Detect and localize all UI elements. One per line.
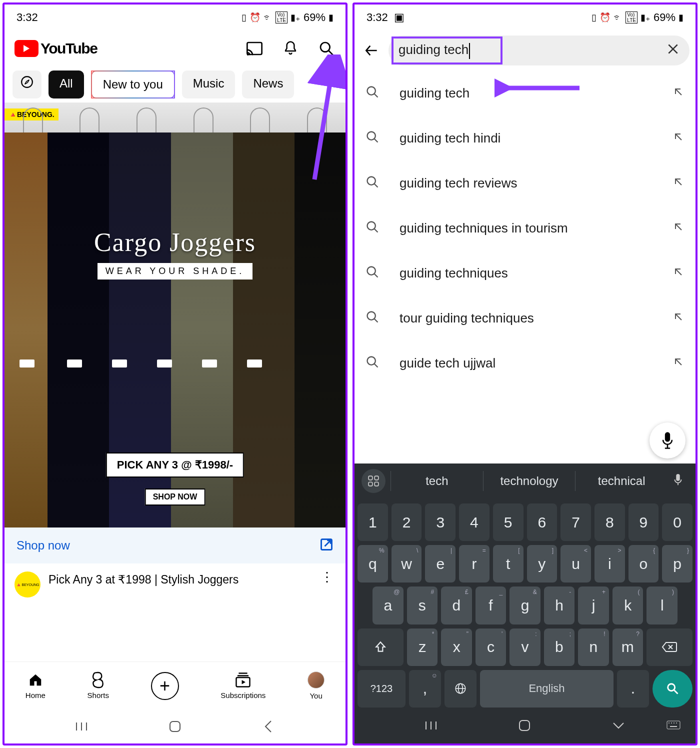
home-button[interactable] (165, 716, 185, 736)
key-y[interactable]: y] (527, 545, 558, 582)
nav-shorts[interactable]: Shorts (88, 672, 109, 700)
key-j[interactable]: j+ (578, 586, 609, 624)
key-search[interactable] (652, 670, 692, 708)
suggestion-row[interactable]: guiding techniques (354, 250, 696, 296)
nav-subscriptions[interactable]: Subscriptions (220, 672, 266, 700)
key-b[interactable]: b; (544, 628, 574, 666)
cast-icon[interactable] (246, 40, 264, 58)
key-n[interactable]: n! (578, 628, 608, 666)
insert-suggestion-icon[interactable] (672, 311, 684, 325)
key-8[interactable]: 8 (594, 504, 625, 541)
key-g[interactable]: g& (510, 586, 540, 624)
suggestion-text: guiding tech (400, 86, 656, 101)
key-2[interactable]: 2 (392, 504, 422, 541)
shop-link-bar[interactable]: Shop now (4, 528, 346, 564)
search-icon[interactable] (318, 40, 336, 58)
notifications-icon[interactable] (282, 40, 300, 58)
ad-cta-button[interactable]: SHOP NOW (145, 488, 206, 506)
key-4[interactable]: 4 (459, 504, 490, 541)
keyboard-icon[interactable] (666, 720, 680, 732)
prediction-3[interactable]: technical (575, 471, 668, 491)
key-9[interactable]: 9 (628, 504, 659, 541)
search-icon (366, 265, 382, 281)
key-backspace[interactable] (646, 628, 692, 666)
channel-avatar[interactable]: 🔺BEYOUNG (14, 572, 40, 598)
key-1[interactable]: 1 (358, 504, 388, 541)
suggestion-row[interactable]: guiding tech (354, 70, 696, 116)
key-s[interactable]: s# (407, 586, 438, 624)
svg-point-21 (368, 177, 376, 185)
suggestion-row[interactable]: guiding techniques in tourism (354, 206, 696, 250)
back-button[interactable] (258, 716, 278, 736)
key-7[interactable]: 7 (560, 504, 591, 541)
key-x[interactable]: x" (441, 628, 472, 666)
key-d[interactable]: d£ (441, 586, 472, 624)
hide-keyboard-button[interactable] (612, 722, 625, 732)
insert-suggestion-icon[interactable] (672, 356, 684, 370)
key-3[interactable]: 3 (425, 504, 456, 541)
search-input[interactable]: guiding tech (388, 36, 690, 66)
key-0[interactable]: 0 (662, 504, 692, 541)
recents-button[interactable] (72, 716, 92, 736)
key-e[interactable]: e| (425, 545, 456, 582)
suggestion-row[interactable]: guiding tech reviews (354, 160, 696, 206)
insert-suggestion-icon[interactable] (672, 86, 684, 100)
key-u[interactable]: u< (560, 545, 591, 582)
clear-search-icon[interactable] (666, 42, 680, 59)
suggestion-row[interactable]: tour guiding techniques (354, 296, 696, 340)
key-z[interactable]: z* (407, 628, 438, 666)
battery-percent: 69% (304, 11, 326, 24)
key-a[interactable]: a@ (372, 586, 404, 624)
nav-you[interactable]: You (308, 672, 324, 700)
svg-rect-53 (670, 726, 677, 727)
key-w[interactable]: w\ (392, 545, 422, 582)
key-space[interactable]: English (480, 670, 614, 708)
key-symbols[interactable]: ?123 (358, 670, 406, 708)
chip-news[interactable]: News (242, 70, 294, 98)
back-arrow-icon[interactable] (360, 40, 382, 62)
key-t[interactable]: t[ (493, 545, 524, 582)
youtube-logo[interactable]: YouTube (14, 40, 97, 57)
sponsored-video-card[interactable]: 🔺BEYOUNG. Cargo Joggers WEAR YOUR SHADE.… (4, 102, 346, 662)
key-q[interactable]: q% (358, 545, 388, 582)
video-thumbnail[interactable]: 🔺BEYOUNG. Cargo Joggers WEAR YOUR SHADE.… (4, 102, 346, 528)
key-v[interactable]: v: (510, 628, 540, 666)
nav-home[interactable]: Home (26, 672, 46, 700)
chip-all[interactable]: All (48, 70, 84, 98)
insert-suggestion-icon[interactable] (672, 266, 684, 280)
key-shift[interactable] (358, 628, 404, 666)
key-p[interactable]: p} (662, 545, 692, 582)
insert-suggestion-icon[interactable] (672, 221, 684, 235)
more-options-icon[interactable]: ⋮ (318, 572, 336, 584)
explore-chip[interactable] (12, 70, 42, 98)
key-language[interactable] (444, 670, 476, 708)
insert-suggestion-icon[interactable] (672, 131, 684, 145)
insert-suggestion-icon[interactable] (672, 176, 684, 190)
key-k[interactable]: k( (612, 586, 644, 624)
video-title[interactable]: Pick Any 3 at ₹1998 | Stylish Joggers (48, 572, 310, 588)
nav-create[interactable]: + (151, 672, 179, 700)
key-r[interactable]: r= (459, 545, 490, 582)
key-i[interactable]: i> (594, 545, 625, 582)
keyboard-apps-icon[interactable] (362, 469, 386, 493)
key-m[interactable]: m? (612, 628, 643, 666)
key-h[interactable]: h- (544, 586, 575, 624)
keyboard-mic-icon[interactable] (668, 474, 688, 488)
key-f[interactable]: f_ (476, 586, 506, 624)
prediction-1[interactable]: tech (390, 471, 483, 491)
key-6[interactable]: 6 (527, 504, 558, 541)
key-5[interactable]: 5 (493, 504, 524, 541)
key-o[interactable]: o{ (628, 545, 659, 582)
home-button[interactable] (518, 719, 531, 734)
suggestion-row[interactable]: guide tech ujjwal (354, 340, 696, 386)
key-comma[interactable]: ,☺ (409, 670, 441, 708)
chip-new-to-you[interactable]: New to you (91, 70, 175, 98)
key-c[interactable]: c' (476, 628, 506, 666)
recents-button[interactable] (425, 720, 437, 732)
prediction-2[interactable]: technology (483, 471, 576, 491)
voice-search-button[interactable] (650, 422, 686, 458)
chip-music[interactable]: Music (182, 70, 236, 98)
key-l[interactable]: l) (646, 586, 678, 624)
suggestion-row[interactable]: guiding tech hindi (354, 116, 696, 160)
key-period[interactable]: . (617, 670, 649, 708)
